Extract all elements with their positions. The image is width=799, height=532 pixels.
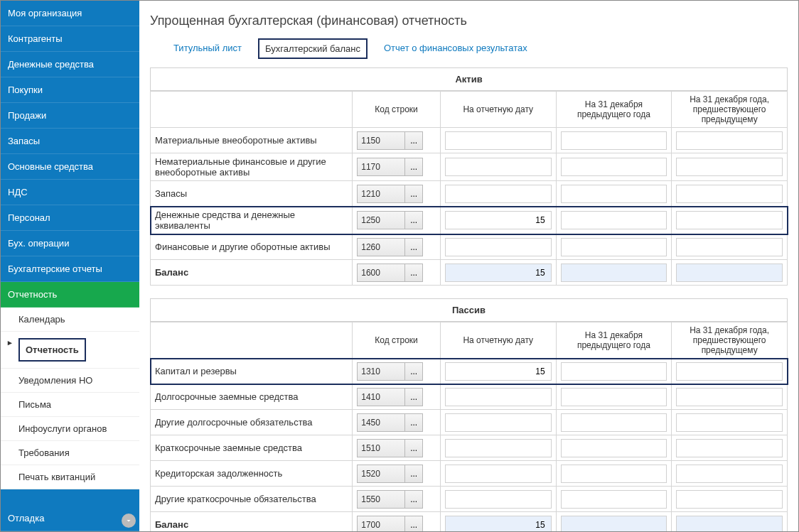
table-row: Другие краткосрочные обязательства... (151, 487, 788, 512)
value-input[interactable] (676, 490, 783, 509)
sidebar-item[interactable]: Основные средства (1, 154, 139, 180)
code-input[interactable] (357, 439, 405, 457)
submenu-item[interactable]: Отчетность (1, 332, 139, 369)
code-input[interactable] (357, 211, 405, 229)
code-lookup-button[interactable]: ... (404, 211, 423, 229)
column-header: На 31 декабря года, предшествующего пред… (672, 322, 788, 359)
value-input[interactable] (445, 465, 552, 483)
code-input[interactable] (357, 516, 405, 532)
column-header: На 31 декабря предыдущего года (556, 92, 672, 128)
table-row: Капитал и резервы... (151, 359, 788, 384)
main-content: Упрощенная бухгалтерская (финансовая) от… (139, 1, 798, 531)
submenu-item[interactable]: Инфоуслуги органов (1, 417, 139, 441)
table-row: Финансовые и другие оборотные активы... (151, 234, 788, 260)
submenu-item[interactable]: Уведомления НО (1, 369, 139, 393)
value-input[interactable] (676, 388, 783, 406)
table-row: Денежные средства и денежные эквиваленты… (151, 207, 788, 234)
code-lookup-button[interactable]: ... (404, 516, 423, 532)
value-input[interactable] (676, 211, 783, 229)
sidebar-item[interactable]: Денежные средства (1, 52, 139, 77)
table-row: Краткосрочные заемные средства... (151, 435, 788, 461)
value-input[interactable] (445, 362, 552, 381)
submenu-item[interactable]: Календарь (1, 308, 139, 332)
sidebar-item[interactable]: НДС (1, 180, 139, 205)
value-input[interactable] (561, 413, 667, 432)
tab[interactable]: Титульный лист (168, 38, 247, 59)
submenu-item[interactable]: Печать квитанций (1, 465, 139, 489)
code-lookup-button[interactable]: ... (404, 439, 423, 457)
row-label: Нематериальные финансовые и другие внеоб… (151, 153, 353, 181)
scroll-down-button[interactable] (122, 514, 136, 528)
code-lookup-button[interactable]: ... (404, 158, 423, 176)
code-lookup-button[interactable]: ... (404, 465, 423, 483)
section-title: Пассив (150, 298, 788, 322)
code-input[interactable] (357, 185, 405, 203)
code-input[interactable] (357, 465, 405, 483)
code-lookup-button[interactable]: ... (404, 131, 423, 150)
sidebar-item[interactable]: Бухгалтерские отчеты (1, 256, 139, 282)
submenu-item[interactable]: Письма (1, 393, 139, 417)
sidebar-item[interactable]: Покупки (1, 77, 139, 103)
row-label: Долгосрочные заемные средства (151, 384, 353, 410)
column-header: Код строки (353, 92, 441, 128)
code-input[interactable] (357, 131, 405, 150)
value-input[interactable] (561, 158, 667, 176)
sidebar-item[interactable]: Продажи (1, 103, 139, 129)
value-input[interactable] (676, 413, 783, 432)
row-label: Запасы (151, 181, 353, 207)
value-input (445, 516, 552, 532)
code-input[interactable] (357, 158, 405, 176)
sidebar-item[interactable]: Бух. операции (1, 231, 139, 256)
value-input[interactable] (561, 185, 667, 203)
value-input[interactable] (676, 158, 783, 176)
code-input[interactable] (357, 264, 405, 282)
code-lookup-button[interactable]: ... (404, 490, 423, 509)
code-lookup-button[interactable]: ... (404, 264, 423, 282)
code-input[interactable] (357, 490, 405, 509)
code-input[interactable] (357, 388, 405, 406)
tab[interactable]: Отчет о финансовых результатах (378, 38, 533, 59)
code-input[interactable] (357, 413, 405, 432)
value-input[interactable] (445, 388, 552, 406)
value-input[interactable] (561, 131, 667, 150)
value-input[interactable] (445, 158, 552, 176)
code-lookup-button[interactable]: ... (404, 413, 423, 432)
value-input[interactable] (561, 211, 667, 229)
value-input[interactable] (445, 238, 552, 256)
value-input[interactable] (676, 362, 783, 381)
value-input[interactable] (445, 439, 552, 457)
chevron-down-icon (124, 516, 133, 525)
sidebar-item[interactable]: Отчетность (1, 282, 139, 308)
value-input[interactable] (445, 490, 552, 509)
sidebar-item[interactable]: Контрагенты (1, 26, 139, 52)
value-input[interactable] (561, 238, 667, 256)
sidebar-item[interactable]: Персонал (1, 205, 139, 231)
value-input[interactable] (676, 238, 783, 256)
tab[interactable]: Бухгалтерский баланс (258, 38, 368, 59)
code-lookup-button[interactable]: ... (404, 388, 423, 406)
sidebar-item[interactable]: Моя организация (1, 1, 139, 26)
value-input[interactable] (561, 362, 667, 381)
value-input[interactable] (676, 185, 783, 203)
value-input[interactable] (445, 131, 552, 150)
code-input[interactable] (357, 362, 405, 381)
sidebar-item[interactable]: Отладка (1, 506, 139, 531)
code-lookup-button[interactable]: ... (404, 185, 423, 203)
code-lookup-button[interactable]: ... (404, 362, 423, 381)
sidebar-item[interactable]: Запасы (1, 129, 139, 154)
code-input[interactable] (357, 238, 405, 256)
value-input[interactable] (445, 211, 552, 229)
value-input[interactable] (561, 490, 667, 509)
value-input[interactable] (676, 131, 783, 150)
value-input[interactable] (445, 413, 552, 432)
code-lookup-button[interactable]: ... (404, 238, 423, 256)
submenu-item[interactable]: Требования (1, 441, 139, 465)
value-input[interactable] (561, 465, 667, 483)
value-input[interactable] (561, 439, 667, 457)
table-row: Материальные внеоборотные активы... (151, 128, 788, 153)
value-input[interactable] (445, 185, 552, 203)
value-input[interactable] (561, 388, 667, 406)
value-input[interactable] (676, 465, 783, 483)
row-label: Баланс (151, 512, 353, 532)
value-input[interactable] (676, 439, 783, 457)
